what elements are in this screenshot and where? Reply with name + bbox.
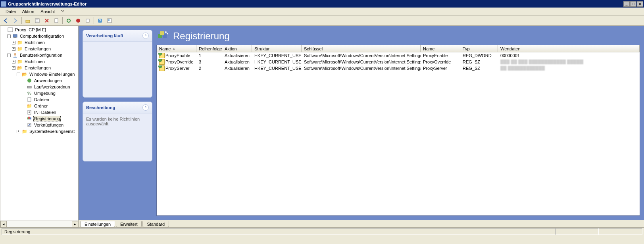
table-row[interactable]: ProxyEnable1AktualisierenHKEY_CURRENT_US… bbox=[157, 52, 640, 59]
scroll-left-icon[interactable]: ◄ bbox=[0, 221, 7, 227]
maximize-button[interactable]: □ bbox=[630, 1, 636, 7]
svg-rect-4 bbox=[55, 19, 58, 23]
table-row[interactable]: ProxyOverride3AktualisierenHKEY_CURRENT_… bbox=[157, 59, 640, 65]
scroll-right-icon[interactable]: ► bbox=[72, 221, 78, 227]
svg-point-21 bbox=[29, 111, 30, 113]
col-data[interactable]: Wertdaten bbox=[498, 45, 583, 52]
tree-windows-settings[interactable]: −📂Windows-Einstellungen bbox=[0, 71, 78, 77]
tree-comp-policies[interactable]: +📁Richtlinien bbox=[0, 39, 78, 46]
svg-rect-7 bbox=[86, 19, 89, 22]
list-icon[interactable] bbox=[33, 16, 42, 25]
status-text: Registrierung bbox=[2, 228, 555, 235]
refresh-icon[interactable] bbox=[64, 16, 73, 25]
close-button[interactable]: × bbox=[637, 1, 643, 7]
tree-user-config[interactable]: −Benutzerkonfiguration bbox=[0, 52, 78, 58]
collapse-icon[interactable]: ⌃ bbox=[142, 33, 149, 39]
tree-ini[interactable]: INI-Dateien bbox=[0, 109, 78, 115]
svg-rect-28 bbox=[160, 31, 164, 35]
delete-icon[interactable] bbox=[42, 16, 51, 25]
tree-folders[interactable]: 📁Ordner bbox=[0, 103, 78, 109]
menu-file[interactable]: Datei bbox=[2, 8, 19, 15]
svg-point-30 bbox=[167, 33, 168, 35]
col-type[interactable]: Typ bbox=[460, 45, 498, 52]
svg-rect-13 bbox=[13, 35, 17, 37]
col-action[interactable]: Aktion bbox=[222, 45, 252, 52]
col-name[interactable]: Name▲ bbox=[157, 45, 196, 52]
registry-item-icon bbox=[159, 53, 165, 58]
status-cell-2 bbox=[555, 228, 599, 235]
tree-environment[interactable]: %Umgebung bbox=[0, 90, 78, 96]
menu-action[interactable]: Aktion bbox=[19, 8, 38, 15]
registry-item-icon bbox=[159, 59, 165, 65]
tree-control-panel[interactable]: +📁Systemsteuerungseinst bbox=[0, 128, 78, 134]
minimize-button[interactable]: _ bbox=[623, 1, 630, 7]
tree-root[interactable]: Proxy_CP [M E] bbox=[0, 27, 78, 33]
tree-user-policies[interactable]: +📁Richtlinien bbox=[0, 58, 78, 65]
content-pane: Verarbeitung läuft ⌃ Beschreibung ⌃ Es w… bbox=[79, 26, 644, 220]
table-header: Name▲ Reihenfolge Aktion Struktur Schlüs… bbox=[157, 45, 640, 52]
registry-icon bbox=[156, 30, 169, 42]
svg-rect-0 bbox=[26, 20, 30, 23]
svg-rect-19 bbox=[28, 98, 31, 102]
status-cell-3 bbox=[599, 228, 642, 235]
svg-text:?: ? bbox=[99, 18, 101, 23]
tree-hscrollbar[interactable]: ◄ ► bbox=[0, 221, 78, 227]
svg-point-16 bbox=[27, 79, 31, 83]
help-icon[interactable]: ? bbox=[96, 16, 104, 25]
up-icon[interactable] bbox=[23, 16, 32, 25]
tree-registry[interactable]: Registrierung bbox=[0, 115, 78, 122]
pane-title: Registrierung bbox=[173, 31, 230, 42]
tree-panel: Proxy_CP [M E] −Computerkonfiguration +📁… bbox=[0, 26, 79, 227]
table-row[interactable]: ProxyServer2AktualisierenHKEY_CURRENT_US… bbox=[157, 65, 640, 71]
description-body: Es wurden keine Richtlinien ausgewählt. bbox=[83, 113, 152, 161]
tree-apps[interactable]: Anwendungen bbox=[0, 77, 78, 84]
col-key[interactable]: Schlüssel bbox=[302, 45, 421, 52]
registry-item-icon bbox=[159, 65, 165, 71]
svg-point-15 bbox=[14, 53, 16, 56]
svg-rect-17 bbox=[27, 86, 31, 88]
title-bar: Gruppenrichtlinienverwaltungs-Editor _ □… bbox=[0, 0, 644, 8]
col-vname[interactable]: Name bbox=[421, 45, 460, 52]
menu-view[interactable]: Ansicht bbox=[37, 8, 58, 15]
options-icon[interactable] bbox=[105, 16, 114, 25]
tab-extended[interactable]: Erweitert bbox=[116, 221, 142, 227]
col-spacer bbox=[583, 45, 640, 52]
pane-header: Registrierung bbox=[156, 30, 640, 42]
stop-icon[interactable] bbox=[74, 16, 83, 25]
svg-point-6 bbox=[76, 19, 80, 23]
svg-rect-1 bbox=[35, 19, 39, 23]
registry-table: Name▲ Reihenfolge Aktion Struktur Schlüs… bbox=[156, 45, 640, 216]
col-order[interactable]: Reihenfolge bbox=[196, 45, 222, 52]
forward-button[interactable] bbox=[11, 16, 20, 25]
bottom-tabs: Einstellungen Erweitert Standard bbox=[79, 220, 644, 227]
svg-rect-24 bbox=[28, 117, 30, 119]
export-icon[interactable] bbox=[83, 16, 92, 25]
menu-help[interactable]: ? bbox=[58, 8, 67, 15]
processing-card: Verarbeitung läuft ⌃ bbox=[83, 30, 152, 98]
svg-rect-14 bbox=[14, 37, 16, 38]
tab-settings[interactable]: Einstellungen bbox=[80, 221, 115, 227]
processing-title: Verarbeitung läuft bbox=[86, 33, 123, 38]
window-title: Gruppenrichtlinienverwaltungs-Editor bbox=[8, 2, 623, 6]
svg-point-29 bbox=[165, 31, 167, 33]
toolbar: ? bbox=[0, 15, 644, 26]
collapse-icon[interactable]: ⌃ bbox=[142, 104, 149, 111]
svg-rect-12 bbox=[8, 28, 13, 32]
sort-asc-icon: ▲ bbox=[172, 47, 175, 50]
tree-shortcuts[interactable]: Verknüpfungen bbox=[0, 122, 78, 128]
menu-bar: Datei Aktion Ansicht ? bbox=[0, 8, 644, 15]
svg-text:%: % bbox=[27, 91, 31, 96]
back-button[interactable] bbox=[2, 16, 10, 25]
tree-computer-config[interactable]: −Computerkonfiguration bbox=[0, 33, 78, 39]
tree-comp-settings[interactable]: +📁Einstellungen bbox=[0, 46, 78, 52]
description-title: Beschreibung bbox=[86, 105, 115, 110]
app-icon bbox=[1, 1, 6, 7]
properties-icon[interactable] bbox=[52, 16, 61, 25]
description-card: Beschreibung ⌃ Es wurden keine Richtlini… bbox=[83, 102, 152, 161]
tree-drivemaps[interactable]: Laufwerkzuordnun bbox=[0, 84, 78, 90]
col-hive[interactable]: Struktur bbox=[252, 45, 302, 52]
tree-files[interactable]: Dateien bbox=[0, 96, 78, 103]
svg-rect-11 bbox=[108, 19, 110, 21]
tree-user-settings[interactable]: −📂Einstellungen bbox=[0, 65, 78, 71]
tab-standard[interactable]: Standard bbox=[142, 221, 169, 227]
